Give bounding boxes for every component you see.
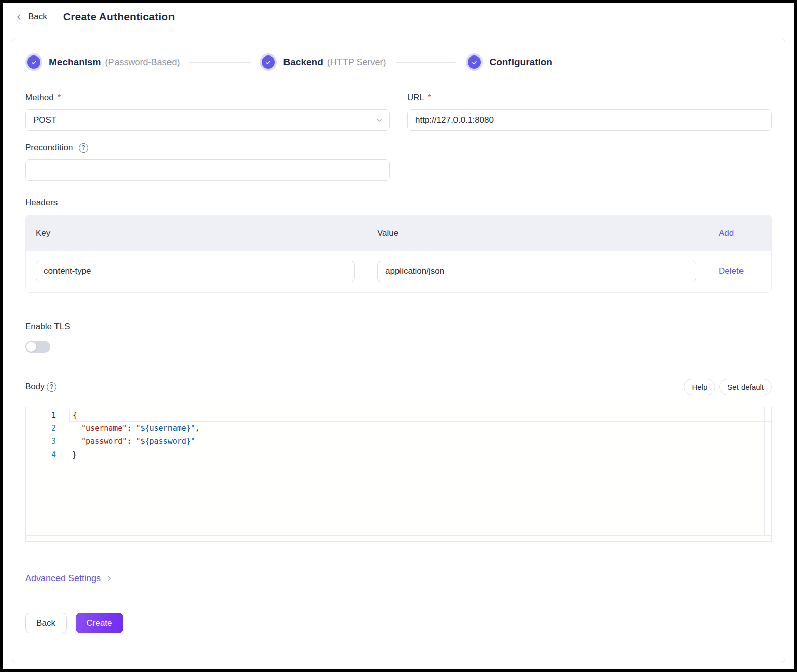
step-label: Mechanism	[49, 57, 101, 67]
step-mechanism[interactable]: Mechanism(Password-Based)	[25, 53, 180, 71]
code-line[interactable]: 2 "username": "${username}",	[26, 422, 771, 435]
step-check-icon	[466, 53, 483, 71]
chevron-left-icon	[16, 14, 22, 20]
url-input[interactable]	[407, 109, 772, 131]
code-line[interactable]: 3 "password": "${password}"	[26, 435, 771, 448]
help-icon[interactable]: ?	[79, 143, 88, 153]
line-number: 1	[26, 409, 69, 422]
url-field: URL *	[407, 93, 772, 131]
headers-table-head: Key Value Add	[26, 215, 771, 251]
code-line[interactable]: 4}	[26, 448, 771, 461]
step-sublabel: (HTTP Server)	[327, 57, 386, 67]
help-button[interactable]: Help	[684, 379, 715, 395]
step-label: Configuration	[489, 57, 552, 67]
headers-table: Key Value Add Delete	[25, 215, 772, 293]
url-label: URL	[407, 93, 424, 103]
editor-lines: 1{2 "username": "${username}",3 "passwor…	[26, 409, 771, 461]
precondition-label: Precondition	[25, 143, 73, 153]
help-icon[interactable]: ?	[47, 382, 56, 392]
back-link[interactable]: Back	[16, 12, 47, 22]
method-label: Method	[25, 93, 54, 103]
create-auth-panel: Mechanism(Password-Based) Backend(HTTP S…	[12, 38, 785, 663]
wizard-stepper: Mechanism(Password-Based) Backend(HTTP S…	[25, 53, 772, 71]
step-connector	[396, 62, 456, 63]
vertical-scrollbar[interactable]	[764, 407, 771, 535]
step-connector	[190, 62, 250, 63]
horizontal-scrollbar[interactable]	[26, 535, 771, 541]
header-value-input[interactable]	[377, 261, 696, 282]
set-default-button[interactable]: Set default	[719, 379, 772, 395]
header-divider	[55, 11, 55, 23]
tls-toggle[interactable]	[25, 341, 50, 353]
step-backend[interactable]: Backend(HTTP Server)	[260, 53, 386, 71]
create-button[interactable]: Create	[76, 613, 123, 633]
required-asterisk: *	[58, 93, 61, 103]
step-label: Backend	[283, 57, 323, 67]
key-column-header: Key	[26, 228, 367, 238]
line-number: 3	[26, 435, 69, 448]
advanced-settings-link[interactable]: Advanced Settings	[25, 573, 112, 584]
line-number: 4	[26, 448, 69, 461]
page-header: Back Create Authentication	[3, 3, 794, 31]
body-label: Body	[25, 382, 45, 392]
precondition-field: Precondition ?	[25, 143, 390, 181]
step-sublabel: (Password-Based)	[105, 57, 180, 67]
method-field: Method *	[25, 93, 390, 131]
body-editor[interactable]: 1{2 "username": "${username}",3 "passwor…	[25, 407, 772, 542]
delete-header-button[interactable]: Delete	[719, 266, 744, 276]
required-asterisk: *	[428, 93, 431, 103]
add-header-button[interactable]: Add	[719, 228, 734, 238]
value-column-header: Value	[367, 228, 709, 238]
precondition-input[interactable]	[25, 159, 390, 181]
page-title: Create Authentication	[63, 11, 175, 23]
header-key-input[interactable]	[36, 261, 355, 282]
back-link-label: Back	[28, 12, 47, 22]
step-check-icon	[260, 53, 277, 71]
step-check-icon	[25, 53, 42, 71]
chevron-right-icon	[106, 575, 112, 582]
advanced-settings-label: Advanced Settings	[25, 573, 101, 584]
code-line[interactable]: 1{	[26, 409, 771, 422]
headers-label: Headers	[25, 198, 772, 208]
back-button[interactable]: Back	[25, 613, 67, 633]
method-select[interactable]	[25, 109, 390, 131]
header-row: Delete	[26, 251, 771, 292]
enable-tls-label: Enable TLS	[25, 322, 772, 332]
step-configuration[interactable]: Configuration	[466, 53, 552, 71]
line-number: 2	[26, 422, 69, 435]
toggle-knob	[26, 342, 36, 352]
